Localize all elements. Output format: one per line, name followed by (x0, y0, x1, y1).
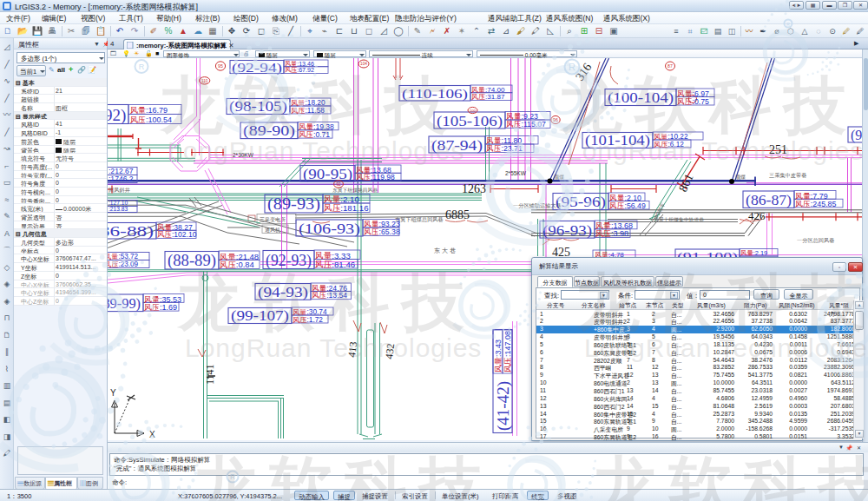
svg-text:413: 413 (345, 341, 359, 359)
svg-text:(41-42): (41-42) (494, 381, 513, 431)
svg-text:风压:23.71: 风压:23.71 (486, 144, 523, 153)
svg-text:风压:102.10: 风压:102.10 (157, 230, 197, 239)
svg-text:风压:11.58: 风压:11.58 (291, 107, 325, 115)
svg-text:(9: (9 (851, 128, 862, 143)
svg-text:风压:119.98: 风压:119.98 (356, 173, 395, 181)
svg-text:(90-95): (90-95) (303, 166, 352, 182)
svg-text:三采集中皮带巷: 三采集中皮带巷 (769, 172, 806, 179)
svg-text:风压:23.09: 风压:23.09 (108, 260, 139, 268)
svg-text:(86-87): (86-87) (746, 192, 792, 208)
svg-text:风压:13.54: 风压:13.54 (312, 291, 347, 300)
svg-text:(89-90): (89-90) (243, 122, 295, 139)
svg-text:风压:115.07: 风压:115.07 (506, 120, 546, 129)
svg-text:一分区总回风巷: 一分区总回风巷 (797, 237, 834, 244)
svg-text:风压:0.75: 风压:0.75 (677, 97, 709, 106)
svg-text:风压:3.98: 风压:3.98 (595, 229, 628, 238)
svg-text::213.83: :213.83 (108, 206, 128, 212)
svg-text:(110-106): (110-106) (402, 86, 468, 102)
svg-text:风压:81.46: 风压:81.46 (315, 260, 355, 269)
svg-text:风压:56.49: 风压:56.49 (609, 201, 646, 210)
svg-text:1141: 1141 (204, 364, 216, 385)
svg-text:风压:6.12: 风压:6.12 (654, 141, 684, 148)
svg-text:风压:147.08: 风压:147.08 (503, 331, 512, 372)
svg-text:426: 426 (748, 209, 766, 222)
svg-text::1746.2: :1746.2 (108, 175, 134, 183)
svg-text:87: 87 (667, 63, 673, 69)
svg-text:风量:16.79: 风量:16.79 (130, 106, 168, 115)
svg-text:2*30KW: 2*30KW (233, 152, 254, 158)
svg-text:溜煤: 溜煤 (554, 175, 564, 181)
svg-text:风压:0.84: 风压:0.84 (220, 260, 254, 269)
svg-text:(89-99): (89-99) (108, 295, 141, 312)
svg-text:861: 861 (676, 172, 695, 194)
svg-text:风压:0.71: 风压:0.71 (299, 130, 330, 139)
svg-text:6885: 6885 (445, 208, 470, 221)
svg-text:(98-105): (98-105) (229, 99, 287, 115)
svg-text:X: X (149, 430, 155, 439)
svg-text:251: 251 (769, 143, 787, 156)
svg-text:风压:1.72: 风压:1.72 (293, 316, 323, 324)
svg-text:(100-104): (100-104) (608, 89, 674, 106)
svg-text:溜煤: 溜煤 (735, 175, 746, 181)
svg-text:(94-93): (94-93) (258, 284, 308, 300)
svg-text:96: 96 (553, 117, 558, 122)
svg-text:一分区辅助运输大巷: 一分区辅助运输大巷 (513, 202, 562, 209)
svg-text:风压:245.85: 风压:245.85 (795, 200, 837, 208)
svg-text:(96-93): (96-93) (542, 222, 592, 239)
svg-text:风量:2.19: 风量:2.19 (740, 249, 767, 257)
svg-text:(101-104): (101-104) (585, 133, 650, 148)
svg-text:2*55KW: 2*55KW (505, 170, 527, 176)
svg-text:风压:181.16: 风压:181.16 (324, 203, 369, 213)
svg-text:风压:1.69: 风压:1.69 (144, 303, 177, 312)
svg-text:风量:13.46: 风量:13.46 (285, 61, 314, 68)
svg-text:Y: Y (110, 388, 116, 398)
svg-text:110: 110 (201, 79, 208, 83)
svg-text:风压:65.38: 风压:65.38 (364, 227, 400, 236)
svg-text:(106-93): (106-93) (299, 221, 360, 237)
svg-text:432: 432 (383, 343, 397, 360)
svg-text:316: 316 (573, 61, 594, 83)
svg-text:95: 95 (218, 63, 223, 69)
svg-text:(87-94): (87-94) (431, 137, 483, 154)
svg-text:风压:67.92: 风压:67.92 (285, 67, 314, 74)
svg-text:(92-93): (92-93) (266, 252, 312, 270)
svg-text:(105-106): (105-106) (437, 113, 503, 129)
svg-text:(95-96): (95-96) (556, 194, 606, 210)
svg-text:(99-107): (99-107) (231, 308, 289, 324)
svg-text:1263: 1263 (462, 182, 486, 195)
svg-text:东翼下组煤总回风巷: 东翼下组煤总回风巷 (395, 216, 444, 223)
svg-text:(86-88): (86-88) (108, 223, 154, 240)
svg-text:92: 92 (336, 182, 341, 187)
svg-text:(88-89): (88-89) (168, 252, 216, 270)
svg-text:92): 92) (108, 106, 126, 125)
svg-text:104: 104 (360, 62, 367, 66)
svg-text:风量:3.43: 风量:3.43 (494, 339, 503, 372)
svg-text:风压:31.87: 风压:31.87 (471, 93, 505, 101)
svg-text:风量:53.72: 风量:53.72 (108, 253, 139, 260)
svg-text:回风斜井: 回风斜井 (108, 187, 131, 194)
svg-text:风压:100.54: 风压:100.54 (130, 115, 172, 124)
svg-text:(92-94): (92-94) (232, 61, 282, 76)
svg-text:100: 100 (470, 109, 477, 113)
svg-text:东翼上组煤集中轨道巷: 东翼上组煤集中轨道巷 (654, 216, 704, 222)
svg-text:(89-93): (89-93) (267, 195, 320, 214)
svg-text:东 大 巷: 东 大 巷 (434, 247, 456, 254)
